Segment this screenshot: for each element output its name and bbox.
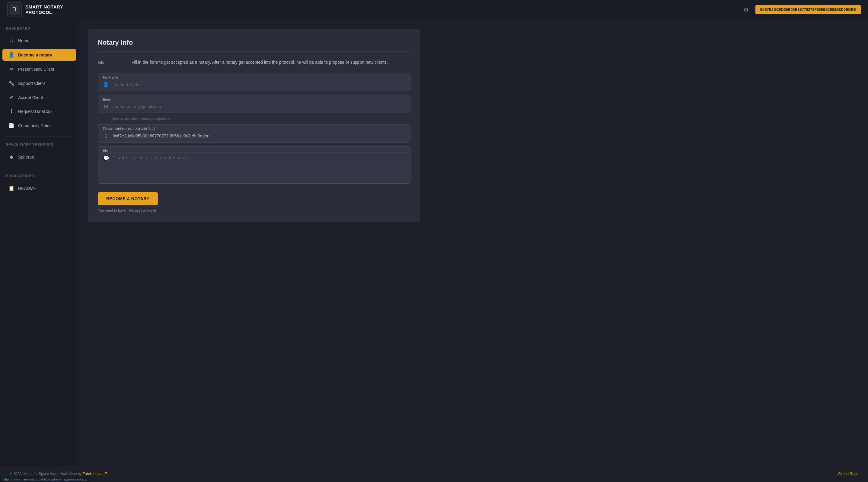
sidebar-item-label: Request DataCap: [18, 109, 52, 114]
logo: 🗒 SMART NOTARY PROTOCOL: [7, 2, 63, 17]
logo-box: 🗒: [7, 2, 22, 17]
form-title: Notary Info: [98, 39, 410, 52]
sidebar-item-label: Become a notary: [18, 53, 52, 57]
request-datacap-icon: 🗄: [8, 109, 14, 114]
email-field-group: Email ✉: [98, 95, 410, 113]
sponsors-section-label: SPACE WARP SPONSORS: [0, 143, 79, 149]
footer-author-link[interactable]: Fabriziogianni7: [83, 472, 107, 476]
full-name-field-group: Full Name 👤: [98, 73, 410, 91]
become-notary-icon: 👤: [8, 52, 14, 58]
full-name-input[interactable]: [113, 82, 405, 87]
sidebar-item-spheron[interactable]: ◆ Spheron: [2, 151, 76, 163]
bio-field-group: Bio 💬: [98, 146, 410, 184]
wallet-address-button[interactable]: 0X67E2DC0D05B00B88770273F69561C908E8D0ED…: [755, 5, 861, 14]
sidebar-item-present-client[interactable]: ✏ Present New Client: [2, 63, 76, 75]
app-title: SMART NOTARY PROTOCOL: [25, 4, 63, 15]
full-name-label: Full Name: [98, 73, 410, 79]
filecoin-icon: ⟠: [103, 133, 109, 139]
person-icon: 👤: [103, 82, 109, 87]
filecoin-inner: ⟠: [98, 130, 410, 142]
header: 🗒 SMART NOTARY PROTOCOL ⚙ 0X67E2DC0D05B0…: [0, 0, 868, 19]
readme-icon: 📋: [8, 185, 14, 191]
bio-textarea[interactable]: [113, 155, 405, 179]
email-input[interactable]: [113, 104, 405, 109]
email-hint: You can use letters, numbers & periods: [112, 117, 410, 121]
sidebar-item-home[interactable]: ⌂ Home: [2, 35, 76, 47]
support-client-icon: 🔧: [8, 80, 14, 86]
main-content: Notary Info Info Fill in the form to get…: [79, 19, 868, 466]
sidebar-item-label: Accept Client: [18, 95, 43, 100]
settings-button[interactable]: ⚙: [742, 4, 751, 15]
full-name-inner: 👤: [98, 79, 410, 91]
email-inner: ✉: [98, 101, 410, 113]
divider-1: [6, 136, 72, 137]
footer-copyright: © 2023, Made for Space Warp Hackathon by…: [10, 472, 107, 476]
divider-2: [6, 168, 72, 168]
sidebar-item-become-notary[interactable]: 👤 Become a notary: [2, 49, 76, 61]
bio-label: Bio: [98, 147, 410, 152]
bio-inner: 💬: [98, 152, 410, 183]
sidebar-item-label: Present New Client: [18, 67, 54, 71]
dashboard-section-label: DASHBOARD: [0, 27, 79, 33]
url-bar: https://fvm-smart-notary-3e0e1b.spheron.…: [0, 477, 90, 482]
footer: © 2023, Made for Space Warp Hackathon by…: [0, 466, 868, 482]
submit-hint: You need to have TFIL in your wallet: [98, 208, 410, 213]
header-right: ⚙ 0X67E2DC0D05B00B88770273F69561C908E8D0…: [742, 4, 861, 15]
sidebar-item-label: Support Client: [18, 81, 45, 86]
sidebar-item-label: README: [18, 186, 36, 191]
gear-icon: ⚙: [743, 6, 749, 13]
become-notary-button[interactable]: BECOME A NOTARY: [98, 192, 158, 205]
sidebar-item-support-client[interactable]: 🔧 Support Client: [2, 77, 76, 89]
info-text: Fill in the form to get accepted as a no…: [132, 59, 410, 65]
present-client-icon: ✏: [8, 66, 14, 72]
community-rules-icon: 📄: [8, 123, 14, 128]
sidebar-item-accept-client[interactable]: ✔ Accept Client: [2, 91, 76, 103]
spheron-icon: ◆: [8, 154, 14, 160]
info-label: Info: [98, 59, 122, 65]
email-label: Email: [98, 95, 410, 101]
github-repo-link[interactable]: Github Repo: [838, 472, 858, 476]
logo-icon: 🗒: [9, 4, 20, 15]
sidebar-item-community-rules[interactable]: 📄 Community Rules: [2, 120, 76, 131]
filecoin-label: Filecoin address (starting with 0x...): [98, 124, 410, 130]
sidebar-item-readme[interactable]: 📋 README: [2, 182, 76, 194]
filecoin-input[interactable]: [113, 133, 405, 138]
layout: DASHBOARD ⌂ Home 👤 Become a notary ✏ Pre…: [0, 19, 868, 466]
accept-client-icon: ✔: [8, 94, 14, 100]
home-icon: ⌂: [8, 38, 14, 43]
sidebar-item-request-datacap[interactable]: 🗄 Request DataCap: [2, 106, 76, 117]
form-info-row: Info Fill in the form to get accepted as…: [98, 59, 410, 65]
project-section-label: PROJECT INFO: [0, 174, 79, 180]
sidebar-item-label: Community Rules: [18, 123, 51, 128]
form-card: Notary Info Info Fill in the form to get…: [88, 29, 420, 222]
footer-right: Github Repo: [838, 472, 858, 476]
filecoin-field-group: Filecoin address (starting with 0x...) ⟠: [98, 124, 410, 143]
bio-icon: 💬: [103, 155, 109, 161]
sidebar-item-label: Spheron: [18, 155, 34, 159]
email-icon: ✉: [103, 103, 109, 109]
sidebar: DASHBOARD ⌂ Home 👤 Become a notary ✏ Pre…: [0, 19, 79, 466]
sidebar-item-label: Home: [18, 38, 29, 43]
